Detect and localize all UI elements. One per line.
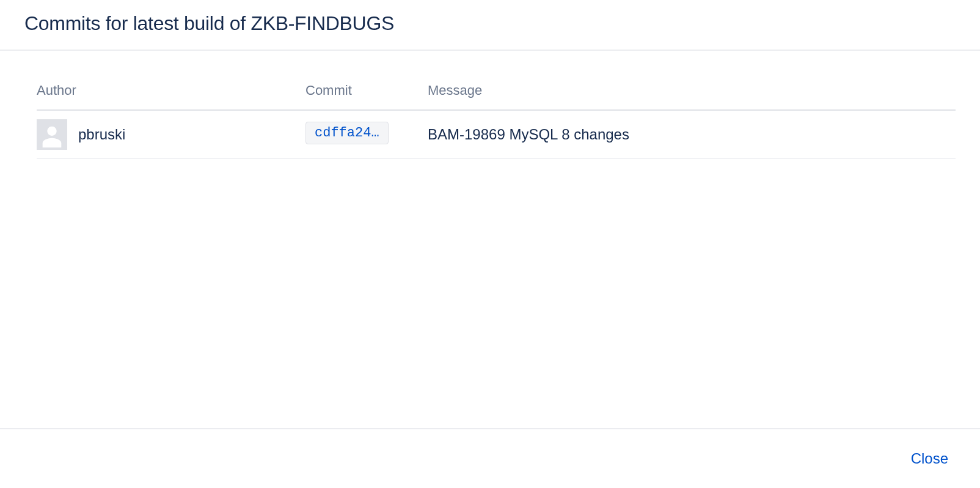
table-header-author: Author	[37, 75, 305, 110]
avatar	[37, 119, 67, 150]
dialog-header: Commits for latest build of ZKB-FINDBUGS	[0, 0, 980, 51]
commit-cell: cdffa24…	[305, 110, 428, 159]
dialog-body: Author Commit Message pbruski	[0, 51, 980, 428]
commits-table: Author Commit Message pbruski	[37, 75, 956, 159]
table-header-message: Message	[428, 75, 956, 110]
author-cell: pbruski	[37, 110, 305, 159]
commit-hash-link[interactable]: cdffa24…	[305, 122, 389, 144]
dialog-title: Commits for latest build of ZKB-FINDBUGS	[24, 12, 956, 35]
close-button[interactable]: Close	[904, 446, 956, 471]
author-name: pbruski	[78, 126, 125, 143]
table-row: pbruski cdffa24… BAM-19869 MySQL 8 chang…	[37, 110, 956, 159]
dialog-footer: Close	[0, 428, 980, 488]
user-icon	[38, 122, 66, 150]
message-cell: BAM-19869 MySQL 8 changes	[428, 110, 956, 159]
table-header-commit: Commit	[305, 75, 428, 110]
